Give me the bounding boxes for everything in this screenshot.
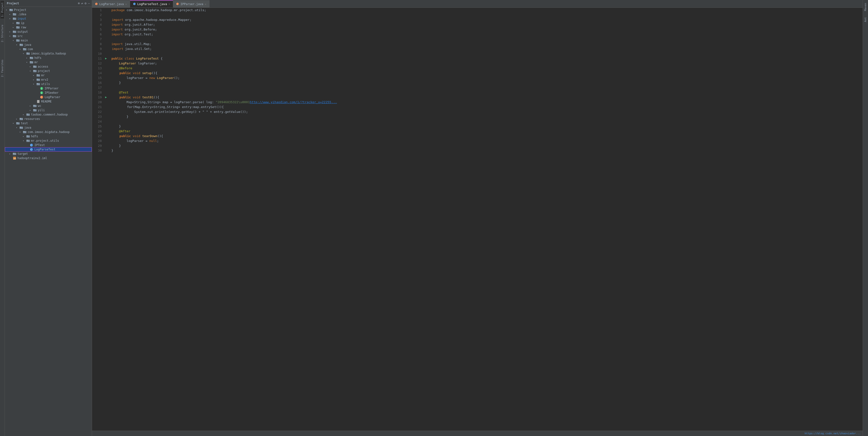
tree-item-ip[interactable]: ▸ip [5, 21, 92, 25]
tree-arrow: ▸ [30, 65, 33, 68]
code-line: import java.util.Map; [112, 42, 861, 46]
tree-item-taobao.comment.hadoop[interactable]: ▸taobao.comment.hadoop [5, 113, 92, 117]
tree-label: utils [41, 82, 50, 86]
tree-item-mr[interactable]: ▸mr [5, 73, 92, 77]
tree-label: access [38, 65, 48, 68]
tree-item-iptest[interactable]: CIPTest [5, 143, 92, 147]
tree-item-access[interactable]: ▸access [5, 64, 92, 69]
tab-ipparserjava[interactable]: CIPParser.java× [173, 0, 210, 7]
line-number: 17 [93, 85, 102, 90]
code-line: for(Map.Entry<String,String> entry:map.e… [112, 105, 861, 110]
tree-item-main[interactable]: ▾main [5, 38, 92, 43]
tree-item-raw[interactable]: ▸raw [5, 25, 92, 30]
gutter-cell [104, 110, 110, 114]
sidebar: Project ⊕ ⇌ ⚙ — ▾Project▸.idea▾input▸ip▸… [5, 0, 92, 436]
folder-open-icon [12, 34, 17, 38]
tab-close-button[interactable]: × [205, 3, 206, 6]
code-token: java.util.Map [125, 42, 149, 46]
code-line: public void setup(){ [112, 71, 861, 75]
folder-icon [20, 117, 23, 121]
tree-item-wc[interactable]: ▸wc [5, 104, 92, 108]
maven-tab[interactable]: Maven [863, 1, 868, 13]
close-sidebar-icon[interactable]: — [88, 1, 90, 5]
gutter-cell [104, 66, 110, 71]
tree-item-project[interactable]: ▾Project [5, 8, 92, 12]
tree-item-imooc.bigdata.hadoop[interactable]: ▾imooc.bigdata.hadoop [5, 51, 92, 56]
tab-logparsetestjava[interactable]: CLogParseTest.java× [130, 0, 173, 7]
code-area[interactable]: package com.imooc.bigdata.hadoop.mr.proj… [110, 8, 863, 431]
java-class-icon: C [40, 95, 43, 99]
tab-logparserjava[interactable]: CLogParser.java× [92, 0, 130, 7]
code-line: System.out.println(entry.getKey() + " " … [112, 110, 861, 114]
svg-text:C: C [31, 149, 32, 151]
globe-icon[interactable]: ⊕ [78, 1, 80, 5]
tree-label: hdfs [31, 135, 38, 138]
tree-item-mr.project.utils[interactable]: ▾mr.project.utils [5, 138, 92, 143]
code-token: ; [157, 138, 159, 144]
split-icon[interactable]: ⇌ [82, 1, 83, 5]
tree-arrow: ▸ [33, 74, 36, 76]
tree-item-ipseeker[interactable]: IIPSeeker [5, 91, 92, 95]
tree-item-test[interactable]: ▾test [5, 121, 92, 125]
tree-item-src[interactable]: ▾src [5, 34, 92, 38]
tree-item-hdfs[interactable]: ▸hdfs [5, 134, 92, 138]
code-token: (); [174, 75, 180, 81]
tree-item-ipparser[interactable]: IIPParser [5, 86, 92, 91]
tree-arrow: ▾ [16, 126, 20, 129]
tree-item-resources[interactable]: ▸resources [5, 117, 92, 121]
tree-item-logparser[interactable]: CLogParser [5, 95, 92, 99]
status-url[interactable]: https://blog.csdn.net/zhaoviador... [805, 432, 861, 435]
code-token [112, 61, 119, 66]
code-line: import org.junit.Test; [112, 32, 861, 37]
code-line: LogParser logParser; [112, 61, 861, 66]
tree-label: IPParser [44, 87, 59, 90]
tree-item-project[interactable]: ▾project [5, 69, 92, 73]
gutter-cell [104, 138, 110, 144]
line-numbers: 1234567891011121314151617181920212223242… [92, 8, 104, 431]
ant-tab[interactable]: Ant [863, 15, 868, 24]
folder-open-icon [12, 17, 17, 21]
tree-item-java[interactable]: ▾java [5, 125, 92, 130]
tree-item-hadooptrainv2.iml[interactable]: imlhadooptrainv2.iml [5, 156, 92, 160]
run-arrow-icon[interactable]: ▶ [105, 95, 107, 99]
tree-arrow: ▾ [20, 131, 23, 133]
tree-item-.idea[interactable]: ▸.idea [5, 12, 92, 17]
code-token: } [112, 124, 121, 129]
java-test-class-icon: C [30, 143, 33, 147]
tree-item-hdfs[interactable]: ▸hdfs [5, 56, 92, 60]
tree-item-com.imooc.bigdata.hadoop[interactable]: ▾com.imooc.bigdata.hadoop [5, 130, 92, 134]
tree-item-yili[interactable]: ▸yili [5, 108, 92, 113]
tree-item-com[interactable]: ▾com [5, 47, 92, 51]
tree-item-mrv2[interactable]: ▸mrv2 [5, 77, 92, 82]
tab-close-button[interactable]: × [168, 2, 170, 6]
code-token: org.junit.After [125, 22, 153, 27]
svg-rect-1 [9, 9, 11, 10]
tree-item-java[interactable]: ▾java [5, 43, 92, 47]
folder-open-icon [20, 43, 23, 47]
tree-item-readme[interactable]: README [5, 99, 92, 104]
tab-structure[interactable]: 2: Structure [0, 23, 4, 43]
run-arrow-icon[interactable]: ▶ [105, 57, 107, 60]
tree-item-input[interactable]: ▾input [5, 17, 92, 21]
tab-close-button[interactable]: × [125, 3, 127, 6]
line-number: 29 [93, 144, 102, 148]
tree-item-target[interactable]: ▸target [5, 152, 92, 156]
svg-rect-46 [33, 109, 35, 110]
tab-project[interactable]: 1: Project [0, 1, 4, 19]
code-token: ; [150, 46, 152, 51]
gutter-cell [104, 61, 110, 66]
tree-label: README [41, 100, 52, 103]
svg-text:C: C [95, 3, 96, 5]
svg-text:C: C [31, 144, 32, 147]
code-line: } [112, 81, 861, 85]
gutter-cell: ▶ [104, 56, 110, 61]
gear-icon[interactable]: ⚙ [85, 1, 87, 5]
folder-open-icon [33, 69, 37, 73]
tree-item-utils[interactable]: ▾utils [5, 82, 92, 86]
tab-favorites[interactable]: 2: Favorites [0, 58, 4, 79]
gutter-cell [104, 124, 110, 129]
tree-item-output[interactable]: ▸output [5, 30, 92, 34]
tree-item-mr[interactable]: ▾mr [5, 60, 92, 64]
tree-item-logparsetest[interactable]: CLogParseTest [5, 147, 92, 152]
tree-label: hdfs [34, 56, 41, 60]
